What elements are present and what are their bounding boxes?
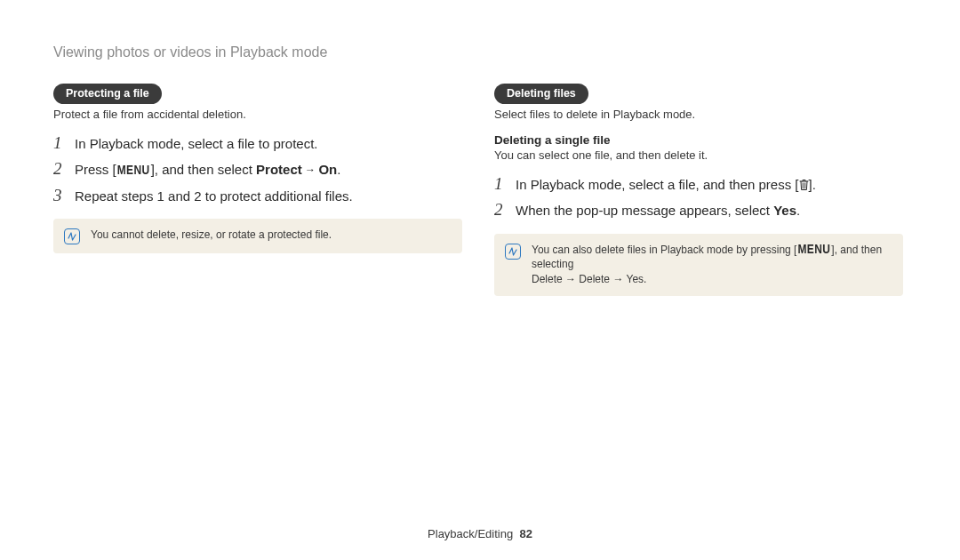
note-box: You cannot delete, resize, or rotate a p… (53, 219, 462, 253)
menu-label-icon: MENU (796, 241, 831, 258)
trash-icon (799, 176, 809, 188)
step-text: When the pop-up message appears, select … (516, 200, 800, 220)
step-number: 1 (53, 134, 75, 151)
deleting-steps: 1 In Playback mode, select a file, and t… (494, 174, 903, 221)
note-text: You can also delete files in Playback mo… (532, 243, 892, 287)
text-fragment: . (796, 203, 800, 218)
note-icon (505, 244, 521, 260)
footer-section: Playback/Editing (428, 527, 513, 540)
step-3: 3 Repeat steps 1 and 2 to protect additi… (53, 186, 462, 206)
note-text: You cannot delete, resize, or rotate a p… (91, 228, 332, 243)
deleting-files-heading-pill: Deleting files (494, 84, 588, 104)
step-text: In Playback mode, select a file, and the… (516, 174, 816, 195)
deleting-single-file-desc: You can select one file, and then delete… (494, 148, 903, 162)
page-title: Viewing photos or videos in Playback mod… (53, 44, 907, 60)
footer-page-number: 82 (519, 527, 532, 540)
text-bold: On (318, 162, 337, 177)
text-fragment: . (644, 273, 646, 285)
step-text: Repeat steps 1 and 2 to protect addition… (75, 186, 353, 206)
step-text: In Playback mode, select a file to prote… (75, 133, 317, 154)
step-1: 1 In Playback mode, select a file, and t… (494, 174, 903, 195)
deleting-files-desc: Select files to delete in Playback mode. (494, 108, 903, 121)
text-fragment: You can also delete files in Playback mo… (532, 244, 796, 256)
deleting-files-section: Deleting files Select files to delete in… (494, 84, 903, 296)
text-fragment: . (337, 162, 340, 177)
step-number: 3 (53, 187, 75, 204)
step-number: 2 (494, 201, 516, 218)
text-fragment: ]. (809, 177, 816, 192)
note-icon (64, 228, 80, 244)
text-fragment: Press [ (75, 162, 116, 177)
step-2: 2 Press [MENU], and then select Protect … (53, 159, 462, 180)
step-number: 2 (53, 160, 75, 177)
step-number: 1 (494, 175, 516, 192)
content-columns: Protecting a file Protect a file from ac… (53, 84, 907, 296)
protecting-file-section: Protecting a file Protect a file from ac… (53, 84, 462, 296)
text-fragment: When the pop-up message appears, select (516, 203, 773, 218)
text-fragment: ], and then select (151, 162, 256, 177)
text-bold: Protect (256, 162, 302, 177)
page-footer: Playback/Editing 82 (0, 527, 960, 540)
note-box: You can also delete files in Playback mo… (494, 234, 903, 296)
text-bold: Delete → Delete → Yes (532, 273, 644, 285)
protecting-file-heading-pill: Protecting a file (53, 84, 162, 104)
protecting-file-desc: Protect a file from accidental deletion. (53, 108, 462, 121)
deleting-single-file-subheading: Deleting a single file (494, 133, 903, 147)
step-1: 1 In Playback mode, select a file to pro… (53, 133, 462, 154)
text-bold: Yes (773, 203, 796, 218)
protecting-steps: 1 In Playback mode, select a file to pro… (53, 133, 462, 206)
step-text: Press [MENU], and then select Protect → … (75, 159, 340, 180)
step-2: 2 When the pop-up message appears, selec… (494, 200, 903, 220)
text-fragment: In Playback mode, select a file, and the… (516, 177, 799, 192)
menu-label-icon: MENU (116, 161, 151, 180)
arrow-icon: → (302, 164, 319, 176)
